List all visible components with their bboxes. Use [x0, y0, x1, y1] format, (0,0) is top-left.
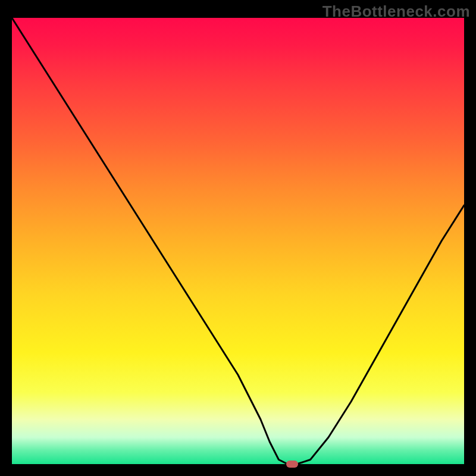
bottleneck-curve: [12, 18, 464, 464]
plot-area: [12, 18, 464, 464]
curve-path: [12, 18, 464, 464]
chart-stage: TheBottleneck.com: [0, 0, 476, 476]
optimum-marker: [286, 461, 298, 468]
watermark-text: TheBottleneck.com: [322, 2, 470, 21]
